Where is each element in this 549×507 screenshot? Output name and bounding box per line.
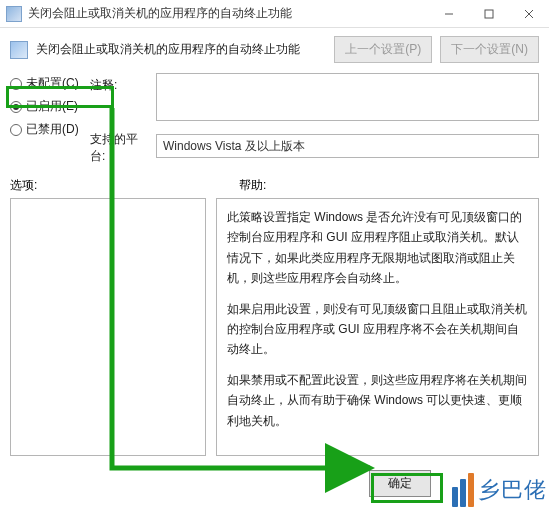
- comment-label: 注释:: [90, 73, 150, 94]
- options-panel: [10, 198, 206, 456]
- help-panel: 此策略设置指定 Windows 是否允许没有可见顶级窗口的控制台应用程序和 GU…: [216, 198, 539, 456]
- window-controls: [429, 0, 549, 28]
- radio-icon: [10, 101, 22, 113]
- maximize-button[interactable]: [469, 0, 509, 28]
- header: 关闭会阻止或取消关机的应用程序的自动终止功能 上一个设置(P) 下一个设置(N): [0, 28, 549, 69]
- radio-disabled[interactable]: 已禁用(D): [10, 121, 82, 138]
- section-labels: 选项: 帮助:: [0, 165, 549, 198]
- config-body: 未配置(C) 已启用(E) 已禁用(D) 注释: 支持的平台: Windows …: [0, 69, 549, 165]
- dialog-footer: 确定: [369, 470, 431, 497]
- radio-enabled[interactable]: 已启用(E): [10, 98, 82, 115]
- watermark-text: 乡巴佬: [478, 475, 547, 505]
- minimize-button[interactable]: [429, 0, 469, 28]
- help-paragraph: 此策略设置指定 Windows 是否允许没有可见顶级窗口的控制台应用程序和 GU…: [227, 207, 528, 289]
- close-button[interactable]: [509, 0, 549, 28]
- radio-label: 已启用(E): [26, 98, 78, 115]
- radio-not-configured[interactable]: 未配置(C): [10, 75, 82, 92]
- radio-icon: [10, 124, 22, 136]
- fields: 注释: 支持的平台: Windows Vista 及以上版本: [90, 73, 539, 165]
- prev-setting-button[interactable]: 上一个设置(P): [334, 36, 432, 63]
- platform-label: 支持的平台:: [90, 127, 150, 165]
- watermark-logo-icon: [452, 473, 474, 507]
- platform-value: Windows Vista 及以上版本: [156, 134, 539, 158]
- radio-group: 未配置(C) 已启用(E) 已禁用(D): [10, 73, 82, 165]
- next-setting-button[interactable]: 下一个设置(N): [440, 36, 539, 63]
- window-title: 关闭会阻止或取消关机的应用程序的自动终止功能: [28, 5, 429, 22]
- watermark: 乡巴佬: [452, 473, 547, 507]
- radio-label: 已禁用(D): [26, 121, 79, 138]
- comment-input[interactable]: [156, 73, 539, 121]
- titlebar: 关闭会阻止或取消关机的应用程序的自动终止功能: [0, 0, 549, 28]
- panels: 此策略设置指定 Windows 是否允许没有可见顶级窗口的控制台应用程序和 GU…: [0, 198, 549, 456]
- page-title: 关闭会阻止或取消关机的应用程序的自动终止功能: [36, 41, 326, 58]
- policy-icon: [10, 41, 28, 59]
- radio-icon: [10, 78, 22, 90]
- svg-rect-1: [485, 10, 493, 18]
- ok-button[interactable]: 确定: [369, 470, 431, 497]
- help-paragraph: 如果禁用或不配置此设置，则这些应用程序将在关机期间自动终止，从而有助于确保 Wi…: [227, 370, 528, 431]
- help-label: 帮助:: [239, 177, 539, 194]
- platform-field-row: 支持的平台: Windows Vista 及以上版本: [90, 127, 539, 165]
- comment-field-row: 注释:: [90, 73, 539, 121]
- options-label: 选项:: [10, 177, 50, 194]
- radio-label: 未配置(C): [26, 75, 79, 92]
- policy-icon: [6, 6, 22, 22]
- help-paragraph: 如果启用此设置，则没有可见顶级窗口且阻止或取消关机的控制台应用程序或 GUI 应…: [227, 299, 528, 360]
